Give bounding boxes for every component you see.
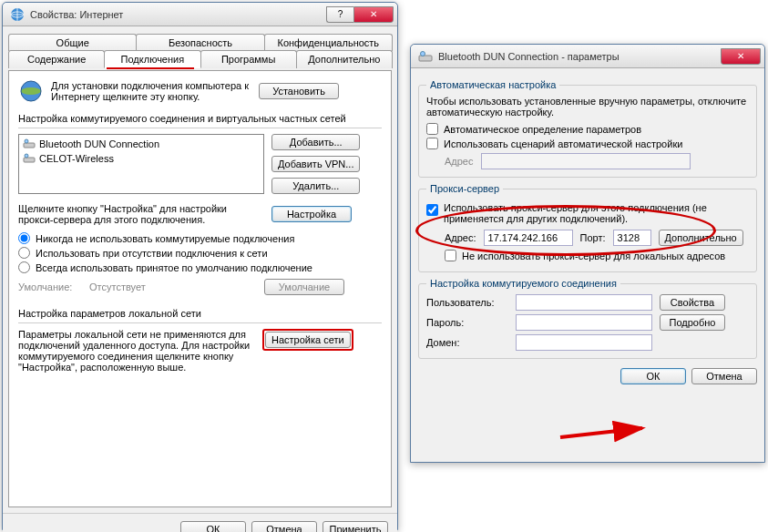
checkbox-auto-detect[interactable]: Автоматическое определение параметров: [426, 123, 749, 135]
svg-point-8: [25, 154, 28, 158]
window-title: Bluetooth DUN Connection - параметры: [438, 51, 721, 62]
script-address-label: Адрес: [445, 156, 474, 167]
lan-hint: Параметры локальной сети не применяются …: [18, 329, 255, 373]
tab-programs[interactable]: Программы: [200, 50, 297, 68]
lan-settings-button[interactable]: Настройка сети: [265, 332, 351, 348]
radio-absent[interactable]: Использовать при отсутствии подключения …: [18, 247, 382, 259]
tabs-row-2: Содержание Подключения Программы Дополни…: [8, 50, 392, 68]
radio-never[interactable]: Никогда не использовать коммутируемые по…: [18, 232, 382, 244]
connections-panel: Для установки подключения компьютера к И…: [8, 70, 392, 507]
tab-advanced[interactable]: Дополнительно: [296, 50, 393, 68]
install-text: Для установки подключения компьютера к И…: [51, 80, 251, 102]
help-button[interactable]: ?: [326, 6, 353, 23]
connection-name: Bluetooth DUN Connection: [39, 138, 159, 149]
close-button[interactable]: ✕: [721, 48, 761, 65]
tab-general[interactable]: Общие: [8, 34, 137, 51]
proxy-port-label: Порт:: [580, 232, 606, 243]
svg-point-3: [21, 87, 41, 95]
dialup-group: Настройка коммутируемого соединения Поль…: [418, 278, 757, 359]
connection-icon: [23, 152, 36, 165]
globe-icon: [18, 78, 44, 104]
internet-icon: [10, 7, 25, 22]
highlight-box: Настройка сети: [262, 329, 353, 351]
svg-rect-5: [24, 143, 35, 148]
default-label: Умолчание:: [18, 281, 82, 292]
connections-listbox[interactable]: Bluetooth DUN Connection CELOT-Wireless: [18, 134, 264, 194]
password-label: Пароль:: [426, 317, 508, 328]
svg-point-6: [25, 139, 28, 143]
connection-settings-window: Bluetooth DUN Connection - параметры ✕ А…: [410, 44, 765, 463]
connection-name: CELOT-Wireless: [39, 153, 114, 164]
password-input[interactable]: [516, 314, 652, 331]
tab-connections[interactable]: Подключения: [104, 50, 200, 68]
settings-hint: Щелкните кнопку "Настройка" для настройк…: [18, 203, 264, 225]
titlebar: Свойства: Интернет ? ✕: [3, 3, 397, 26]
dial-section-label: Настройка коммутируемого соединения и ви…: [18, 113, 382, 124]
svg-rect-7: [24, 158, 35, 162]
remove-button[interactable]: Удалить...: [271, 178, 360, 194]
proxy-address-label: Адрес:: [445, 232, 476, 243]
ok-button[interactable]: ОК: [180, 521, 246, 532]
window-title: Свойства: Интернет: [30, 9, 326, 20]
dialup-legend: Настройка коммутируемого соединения: [426, 278, 620, 289]
connection-icon: [23, 138, 36, 150]
cancel-button[interactable]: Отмена: [251, 521, 317, 532]
settings-button[interactable]: Настройка: [271, 206, 352, 222]
install-button[interactable]: Установить: [259, 83, 339, 99]
proxy-port-input[interactable]: [613, 230, 651, 246]
internet-properties-window: Свойства: Интернет ? ✕ Общие Безопасност…: [2, 2, 398, 530]
user-label: Пользователь:: [426, 297, 508, 308]
proxy-advanced-button[interactable]: Дополнительно: [659, 230, 743, 246]
more-button[interactable]: Подробно: [660, 314, 725, 331]
default-button: Умолчание: [264, 279, 344, 295]
tabs-row-1: Общие Безопасность Конфиденциальность: [8, 34, 392, 51]
proxy-address-input[interactable]: [484, 230, 573, 246]
active-tab-underline: [107, 67, 194, 69]
properties-button[interactable]: Свойства: [660, 294, 725, 311]
dialog-body: Автоматическая настройка Чтобы использов…: [411, 68, 764, 390]
cancel-button[interactable]: Отмена: [691, 368, 757, 384]
user-input[interactable]: [516, 294, 652, 311]
close-button[interactable]: ✕: [353, 6, 394, 23]
auto-config-group: Автоматическая настройка Чтобы использов…: [418, 79, 757, 178]
auto-legend: Автоматическая настройка: [426, 79, 559, 90]
add-button[interactable]: Добавить...: [271, 134, 360, 150]
lan-section-label: Настройка параметров локальной сети: [18, 308, 382, 319]
checkbox-bypass-local[interactable]: Не использовать прокси-сервер для локаль…: [445, 250, 749, 261]
titlebar: Bluetooth DUN Connection - параметры ✕: [411, 45, 764, 68]
tab-content[interactable]: Содержание: [8, 50, 105, 68]
add-vpn-button[interactable]: Добавить VPN...: [271, 156, 360, 172]
radio-always[interactable]: Всегда использовать принятое по умолчани…: [18, 261, 382, 273]
checkbox-use-proxy[interactable]: Использовать прокси-сервер для этого под…: [426, 202, 749, 224]
list-item[interactable]: CELOT-Wireless: [21, 151, 261, 166]
svg-point-10: [421, 51, 425, 56]
default-value: Отсутствует: [89, 281, 257, 292]
dialog-buttons: ОК Отмена Применить: [3, 513, 397, 532]
apply-button[interactable]: Применить: [323, 521, 388, 532]
auto-text: Чтобы использовать установленные вручную…: [426, 96, 749, 118]
proxy-legend: Прокси-сервер: [426, 183, 503, 194]
tab-privacy[interactable]: Конфиденциальность: [264, 34, 393, 51]
tab-security[interactable]: Безопасность: [136, 34, 264, 51]
proxy-group: Прокси-сервер Использовать прокси-сервер…: [418, 183, 757, 272]
domain-label: Домен:: [426, 337, 508, 348]
list-item[interactable]: Bluetooth DUN Connection: [21, 137, 261, 151]
script-address-input: [481, 153, 691, 169]
ok-button[interactable]: ОК: [620, 368, 686, 384]
svg-rect-9: [419, 56, 432, 61]
connection-icon: [418, 49, 433, 64]
domain-input[interactable]: [516, 334, 652, 351]
checkbox-use-script[interactable]: Использовать сценарий автоматической нас…: [426, 138, 749, 149]
